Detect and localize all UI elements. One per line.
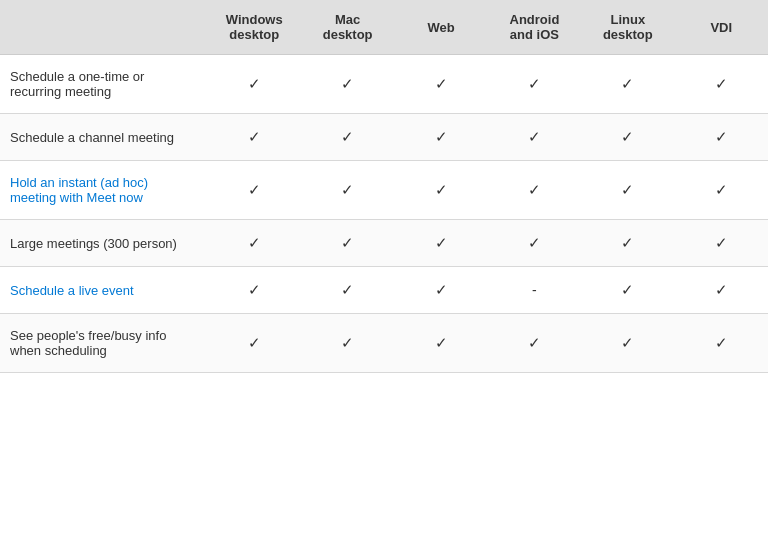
comparison-table: Windows desktop Mac desktop Web Android … (0, 0, 768, 373)
checkmark-icon: ✓ (528, 334, 541, 351)
checkmark-icon: ✓ (435, 334, 448, 351)
cell-mac: ✓ (301, 161, 394, 220)
table-header-row: Windows desktop Mac desktop Web Android … (0, 0, 768, 55)
checkmark-icon: ✓ (248, 128, 261, 145)
feature-link[interactable]: Hold an instant (ad hoc) meeting with Me… (10, 175, 148, 205)
checkmark-icon: ✓ (341, 181, 354, 198)
cell-linux: ✓ (581, 161, 674, 220)
cell-mac: ✓ (301, 220, 394, 267)
checkmark-icon: ✓ (248, 234, 261, 251)
cell-android: ✓ (488, 220, 581, 267)
checkmark-icon: ✓ (715, 181, 728, 198)
checkmark-icon: ✓ (341, 281, 354, 298)
cell-web: ✓ (394, 161, 487, 220)
table-row: Hold an instant (ad hoc) meeting with Me… (0, 161, 768, 220)
cell-linux: ✓ (581, 220, 674, 267)
checkmark-icon: ✓ (528, 234, 541, 251)
cell-web: ✓ (394, 114, 487, 161)
checkmark-icon: ✓ (248, 181, 261, 198)
cell-windows: ✓ (208, 314, 301, 373)
feature-cell: Hold an instant (ad hoc) meeting with Me… (0, 161, 208, 220)
feature-label: Large meetings (300 person) (10, 236, 177, 251)
cell-web: ✓ (394, 220, 487, 267)
cell-linux: ✓ (581, 267, 674, 314)
cell-android: ✓ (488, 314, 581, 373)
checkmark-icon: ✓ (621, 181, 634, 198)
checkmark-icon: ✓ (528, 75, 541, 92)
col-header-mac: Mac desktop (301, 0, 394, 55)
checkmark-icon: ✓ (435, 181, 448, 198)
cell-linux: ✓ (581, 55, 674, 114)
table-row: See people's free/busy info when schedul… (0, 314, 768, 373)
cell-android: - (488, 267, 581, 314)
cell-vdi: ✓ (675, 220, 768, 267)
checkmark-icon: ✓ (528, 128, 541, 145)
col-header-vdi: VDI (675, 0, 768, 55)
cell-vdi: ✓ (675, 114, 768, 161)
checkmark-icon: ✓ (248, 334, 261, 351)
checkmark-icon: ✓ (715, 281, 728, 298)
feature-cell: See people's free/busy info when schedul… (0, 314, 208, 373)
table-row: Schedule a live event✓✓✓-✓✓ (0, 267, 768, 314)
cell-linux: ✓ (581, 114, 674, 161)
table-row: Schedule a channel meeting✓✓✓✓✓✓ (0, 114, 768, 161)
cell-mac: ✓ (301, 267, 394, 314)
cell-windows: ✓ (208, 114, 301, 161)
checkmark-icon: ✓ (715, 234, 728, 251)
checkmark-icon: ✓ (435, 128, 448, 145)
checkmark-icon: ✓ (248, 281, 261, 298)
checkmark-icon: ✓ (621, 334, 634, 351)
cell-windows: ✓ (208, 161, 301, 220)
checkmark-icon: ✓ (435, 234, 448, 251)
checkmark-icon: ✓ (435, 75, 448, 92)
col-header-linux: Linux desktop (581, 0, 674, 55)
col-header-web: Web (394, 0, 487, 55)
col-header-windows: Windows desktop (208, 0, 301, 55)
cell-android: ✓ (488, 161, 581, 220)
checkmark-icon: ✓ (715, 75, 728, 92)
cell-web: ✓ (394, 267, 487, 314)
checkmark-icon: ✓ (435, 281, 448, 298)
table-row: Large meetings (300 person)✓✓✓✓✓✓ (0, 220, 768, 267)
checkmark-icon: ✓ (248, 75, 261, 92)
cell-mac: ✓ (301, 55, 394, 114)
table-row: Schedule a one-time or recurring meeting… (0, 55, 768, 114)
checkmark-icon: ✓ (715, 128, 728, 145)
feature-label: Schedule a channel meeting (10, 130, 174, 145)
checkmark-icon: ✓ (621, 281, 634, 298)
feature-link[interactable]: Schedule a live event (10, 283, 134, 298)
cell-vdi: ✓ (675, 267, 768, 314)
col-header-android: Android and iOS (488, 0, 581, 55)
cell-vdi: ✓ (675, 55, 768, 114)
cell-web: ✓ (394, 55, 487, 114)
cell-mac: ✓ (301, 314, 394, 373)
cell-mac: ✓ (301, 114, 394, 161)
checkmark-icon: ✓ (621, 128, 634, 145)
cell-vdi: ✓ (675, 314, 768, 373)
cell-android: ✓ (488, 114, 581, 161)
checkmark-icon: ✓ (341, 128, 354, 145)
feature-cell: Schedule a channel meeting (0, 114, 208, 161)
cell-windows: ✓ (208, 220, 301, 267)
cell-web: ✓ (394, 314, 487, 373)
cell-windows: ✓ (208, 267, 301, 314)
feature-cell: Large meetings (300 person) (0, 220, 208, 267)
cell-windows: ✓ (208, 55, 301, 114)
feature-label: See people's free/busy info when schedul… (10, 328, 166, 358)
checkmark-icon: ✓ (715, 334, 728, 351)
cell-linux: ✓ (581, 314, 674, 373)
feature-cell: Schedule a live event (0, 267, 208, 314)
cell-android: ✓ (488, 55, 581, 114)
checkmark-icon: ✓ (341, 234, 354, 251)
checkmark-icon: ✓ (621, 75, 634, 92)
feature-cell: Schedule a one-time or recurring meeting (0, 55, 208, 114)
col-header-feature (0, 0, 208, 55)
checkmark-icon: ✓ (528, 181, 541, 198)
checkmark-icon: ✓ (341, 334, 354, 351)
not-available: - (532, 282, 537, 298)
checkmark-icon: ✓ (621, 234, 634, 251)
cell-vdi: ✓ (675, 161, 768, 220)
checkmark-icon: ✓ (341, 75, 354, 92)
feature-label: Schedule a one-time or recurring meeting (10, 69, 144, 99)
